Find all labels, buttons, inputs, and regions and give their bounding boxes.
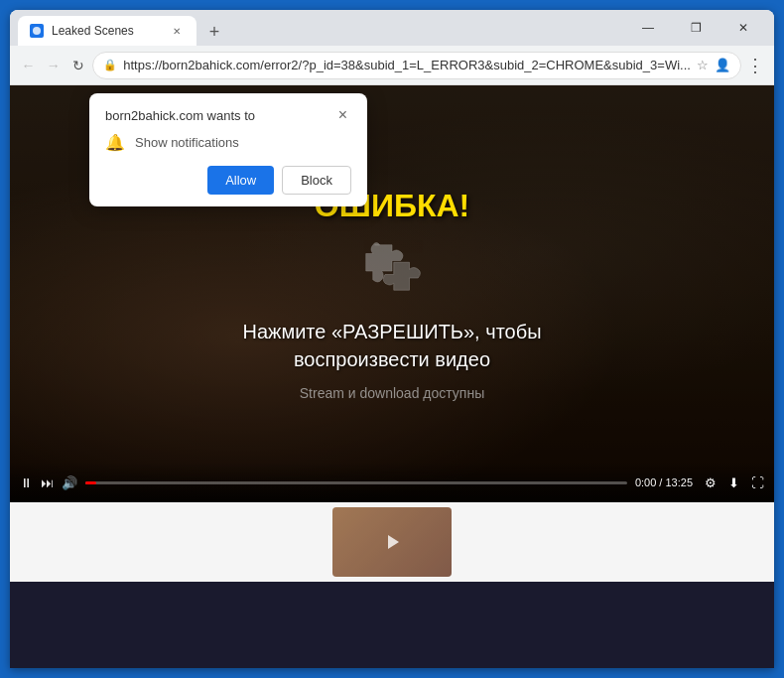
nav-bar: ← → ↻ 🔒 https://born2bahick.com/error2/?… [10, 46, 774, 85]
popup-close-button[interactable]: × [334, 105, 351, 125]
tab-area: Leaked Scenes ✕ + [18, 10, 621, 46]
thumbnail-overlay [332, 507, 452, 577]
minimize-button[interactable]: — [625, 10, 671, 46]
notification-popup: born2bahick.com wants to × 🔔 Show notifi… [89, 93, 367, 206]
profile-icon[interactable]: 👤 [715, 58, 730, 72]
browser-window: Leaked Scenes ✕ + — ❒ ✕ ← → ↻ 🔒 https://… [10, 10, 774, 668]
refresh-button[interactable]: ↻ [67, 50, 88, 81]
bell-icon: 🔔 [105, 133, 125, 152]
forward-button[interactable]: → [43, 50, 64, 81]
play-overlay-icon [380, 530, 404, 554]
allow-button[interactable]: Allow [207, 166, 274, 195]
url-bar[interactable]: 🔒 https://born2bahick.com/error2/?p_id=3… [92, 52, 741, 79]
title-bar: Leaked Scenes ✕ + — ❒ ✕ [10, 10, 774, 46]
fullscreen-button[interactable]: ⛶ [751, 475, 764, 490]
more-options-button[interactable]: ⋮ [745, 50, 766, 81]
maximize-button[interactable]: ❒ [673, 10, 719, 46]
volume-button[interactable]: 🔊 [62, 475, 77, 490]
thumbnail-row [10, 502, 774, 582]
video-sub-text: Stream и download доступны [300, 385, 484, 401]
progress-fill [85, 481, 96, 484]
puzzle-icon [357, 236, 427, 306]
popup-notification-label: Show notifications [135, 135, 239, 150]
video-controls: ⏸ ⏭ 🔊 0:00 / 13:25 ⚙ ⬇ ⛶ [10, 463, 774, 502]
svg-marker-1 [388, 535, 399, 549]
svg-point-0 [33, 27, 41, 35]
block-button[interactable]: Block [282, 166, 351, 195]
url-text: https://born2bahick.com/error2/?p_id=38&… [123, 58, 691, 72]
download-button[interactable]: ⬇ [728, 475, 739, 490]
video-message-line1: Нажмите «РАЗРЕШИТЬ», чтобы [242, 321, 541, 342]
settings-button[interactable]: ⚙ [705, 475, 717, 490]
popup-notification-row: 🔔 Show notifications [105, 133, 351, 152]
tab-close-button[interactable]: ✕ [169, 23, 185, 39]
close-button[interactable]: ✕ [720, 10, 766, 46]
lock-icon: 🔒 [103, 59, 117, 71]
tab-favicon [30, 24, 44, 38]
popup-domain-text: born2bahick.com wants to [105, 108, 255, 123]
skip-button[interactable]: ⏭ [41, 475, 54, 490]
time-display: 0:00 / 13:25 [635, 476, 693, 488]
content-area: born2bahick.com wants to × 🔔 Show notifi… [10, 85, 774, 668]
new-tab-button[interactable]: + [200, 18, 228, 46]
active-tab[interactable]: Leaked Scenes ✕ [18, 16, 196, 46]
popup-buttons: Allow Block [105, 166, 351, 195]
tab-title: Leaked Scenes [52, 24, 161, 38]
progress-bar[interactable] [85, 481, 627, 484]
video-message: Нажмите «РАЗРЕШИТЬ», чтобы воспроизвести… [242, 318, 541, 373]
thumbnail-item[interactable] [332, 507, 452, 577]
back-button[interactable]: ← [18, 50, 39, 81]
play-pause-button[interactable]: ⏸ [20, 475, 33, 490]
video-message-line2: воспроизвести видео [294, 348, 490, 370]
popup-header: born2bahick.com wants to × [105, 105, 351, 125]
window-controls: — ❒ ✕ [625, 10, 766, 46]
bookmark-icon[interactable]: ☆ [697, 58, 709, 72]
